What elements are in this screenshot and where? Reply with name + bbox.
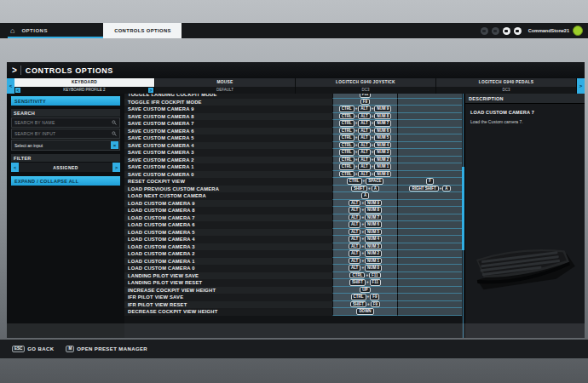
binding-row[interactable]: SAVE CUSTOM CAMERA 7 CTRL+ALT+NUM 7 [124,120,462,128]
search-by-input-input[interactable]: SEARCH BY INPUT [11,129,120,139]
binding-row[interactable]: LOAD PREVIOUS CUSTOM CAMERA SHIFT+A RIGH… [124,186,462,193]
binding-row[interactable]: SAVE CUSTOM CAMERA 4 CTRL+ALT+NUM 4 [124,142,462,150]
binding-row[interactable]: LANDING PILOT VIEW SAVE CTRL+F11 [124,272,462,280]
device-tabs-next-button[interactable]: > [577,78,585,94]
secondary-binding-cell[interactable] [397,149,462,157]
secondary-binding-cell[interactable] [397,294,462,301]
binding-row[interactable]: LOAD CUSTOM CAMERA 9 ALT+NUM 9 [124,200,462,208]
secondary-binding-cell[interactable] [397,134,462,142]
secondary-binding-cell[interactable] [397,279,462,287]
sensitivity-button[interactable]: SENSITIVITY [11,96,120,106]
device-tab[interactable]: LOGITECH G940 JOYSTICK DC3 [296,78,436,94]
primary-binding-cell[interactable]: ALT+NUM 1 [332,258,397,266]
profile-prev-button[interactable]: < [15,88,20,93]
primary-binding-cell[interactable]: CTRL+ALT+NUM 0 [332,171,397,179]
secondary-binding-cell[interactable] [397,171,462,179]
profile-next-button[interactable]: > [148,88,153,93]
primary-binding-cell[interactable]: SHIFT+F9 [332,301,397,309]
secondary-binding-cell[interactable] [397,272,462,280]
secondary-binding-cell[interactable] [397,236,462,243]
primary-binding-cell[interactable]: CTRL+F9 [332,294,397,301]
secondary-binding-cell[interactable] [397,120,462,128]
secondary-binding-cell[interactable] [397,128,462,135]
binding-row[interactable]: LOAD NEXT CUSTOM CAMERA A [124,192,462,200]
expand-collapse-all-button[interactable]: EXPAND / COLLAPSE ALL [11,176,120,186]
secondary-binding-cell[interactable] [397,229,462,237]
binding-row[interactable]: SAVE CUSTOM CAMERA 9 CTRL+ALT+NUM 9 [124,106,462,113]
secondary-binding-cell[interactable] [397,243,462,251]
primary-binding-cell[interactable]: CTRL+ALT+NUM 3 [332,149,397,157]
secondary-binding-cell[interactable] [397,200,462,208]
secondary-binding-cell[interactable] [397,287,462,294]
primary-binding-cell[interactable]: ALT+NUM 5 [332,229,397,237]
binding-row[interactable]: LOAD CUSTOM CAMERA 2 ALT+NUM 2 [124,250,462,258]
primary-binding-cell[interactable]: CTRL+ALT+NUM 9 [332,106,397,113]
primary-binding-cell[interactable]: SHIFT+A [332,186,397,193]
binding-row[interactable]: SAVE CUSTOM CAMERA 0 CTRL+ALT+NUM 0 [124,171,462,179]
binding-row[interactable]: SAVE CUSTOM CAMERA 2 CTRL+ALT+NUM 2 [124,157,462,164]
binding-row[interactable]: LOAD CUSTOM CAMERA 4 ALT+NUM 4 [124,236,462,243]
secondary-binding-cell[interactable] [397,265,462,272]
binding-row[interactable]: RESET COCKPIT VIEW CTRL+SPACE F [124,178,462,186]
primary-binding-cell[interactable]: ALT+NUM 4 [332,236,397,243]
secondary-binding-cell[interactable] [397,301,462,309]
secondary-binding-cell[interactable] [397,221,462,229]
open-preset-manager-button[interactable]: M OPEN PRESET MANAGER [66,346,147,352]
primary-binding-cell[interactable]: ALT+NUM 9 [332,200,397,208]
primary-binding-cell[interactable]: CTRL+ALT+NUM 8 [332,113,397,121]
primary-binding-cell[interactable]: CTRL+F11 [332,272,397,280]
device-tab[interactable]: LOGITECH G940 PEDALS DC3 [436,78,577,94]
primary-binding-cell[interactable]: ALT+NUM 0 [332,265,397,272]
secondary-binding-cell[interactable] [397,214,462,222]
primary-binding-cell[interactable]: CTRL+ALT+NUM 1 [332,163,397,171]
primary-binding-cell[interactable]: CTRL+ALT+NUM 6 [332,128,397,135]
secondary-binding-cell[interactable] [397,308,462,316]
binding-row[interactable]: SAVE CUSTOM CAMERA 1 CTRL+ALT+NUM 1 [124,163,462,171]
secondary-binding-cell[interactable]: RIGHT SHIFT+A [397,186,462,193]
go-back-button[interactable]: ESC GO BACK [12,346,54,352]
device-tab[interactable]: MOUSE DEFAULT [155,78,296,94]
primary-binding-cell[interactable]: ALT+NUM 7 [332,214,397,222]
binding-row[interactable]: LOAD CUSTOM CAMERA 3 ALT+NUM 3 [124,243,462,251]
primary-binding-cell[interactable]: ALT+NUM 2 [332,250,397,258]
binding-row[interactable]: TOGGLE IFR COCKPIT MODE F9 [124,99,462,106]
binding-row[interactable]: LANDING PILOT VIEW RESET SHIFT+F11 [124,279,462,287]
primary-binding-cell[interactable]: ALT+NUM 3 [332,243,397,251]
secondary-binding-cell[interactable] [397,250,462,258]
primary-binding-cell[interactable]: A [332,192,397,200]
secondary-binding-cell[interactable] [397,192,462,200]
tab-options[interactable]: OPTIONS [14,23,103,38]
binding-row[interactable]: IFR PILOT VIEW SAVE CTRL+F9 [124,294,462,301]
filter-prev-button[interactable]: < [11,163,19,172]
binding-row[interactable]: SAVE CUSTOM CAMERA 8 CTRL+ALT+NUM 8 [124,113,462,121]
secondary-binding-cell[interactable] [397,163,462,171]
binding-row[interactable]: IFR PILOT VIEW RESET SHIFT+F9 [124,301,462,309]
avatar[interactable] [573,26,583,36]
secondary-binding-cell[interactable] [397,99,462,106]
filter-next-button[interactable]: > [112,163,120,172]
select-input-dropdown[interactable]: Select an input × [11,140,120,151]
secondary-binding-cell[interactable] [397,157,462,164]
binding-row[interactable]: LOAD CUSTOM CAMERA 7 ALT+NUM 7 [124,214,462,222]
primary-binding-cell[interactable]: UP [332,287,397,294]
device-tab[interactable]: KEYBOARD < KEYBOARD PROFILE 2 > [14,78,155,94]
binding-row[interactable]: LOAD CUSTOM CAMERA 1 ALT+NUM 1 [124,258,462,266]
primary-binding-cell[interactable]: CTRL+ALT+NUM 4 [332,142,397,150]
primary-binding-cell[interactable]: CTRL+ALT+NUM 7 [332,120,397,128]
primary-binding-cell[interactable]: CTRL+ALT+NUM 2 [332,157,397,164]
search-by-name-input[interactable]: SEARCH BY NAME [11,117,120,128]
primary-binding-cell[interactable]: CTRL+ALT+NUM 5 [332,134,397,142]
secondary-binding-cell[interactable] [397,207,462,214]
secondary-binding-cell[interactable] [397,106,462,113]
secondary-binding-cell[interactable]: F [397,178,462,186]
binding-row[interactable]: DECREASE COCKPIT VIEW HEIGHT DOWN [124,308,462,316]
device-tabs-prev-button[interactable]: < [7,78,14,94]
secondary-binding-cell[interactable] [397,258,462,266]
primary-binding-cell[interactable]: CTRL+SPACE [332,178,397,186]
binding-row[interactable]: SAVE CUSTOM CAMERA 5 CTRL+ALT+NUM 5 [124,134,462,142]
primary-binding-cell[interactable]: ALT+NUM 8 [332,207,397,214]
binding-row[interactable]: LOAD CUSTOM CAMERA 8 ALT+NUM 8 [124,207,462,214]
secondary-binding-cell[interactable] [397,142,462,150]
primary-binding-cell[interactable]: ALT+NUM 6 [332,221,397,229]
binding-row[interactable]: SAVE CUSTOM CAMERA 6 CTRL+ALT+NUM 6 [124,128,462,135]
